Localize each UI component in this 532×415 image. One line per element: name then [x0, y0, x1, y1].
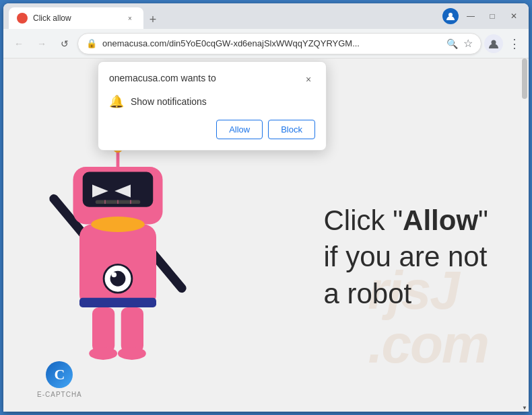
- popup-title: onemacusa.com wants to: [109, 73, 216, 83]
- tab-title: Click allow: [33, 13, 119, 23]
- svg-rect-19: [92, 307, 114, 352]
- profile-button[interactable]: [484, 34, 503, 53]
- scroll-down-button[interactable]: ▼: [521, 404, 529, 412]
- tab-favicon: [17, 13, 28, 24]
- ecaptcha-logo: C: [46, 361, 73, 388]
- main-text-line2: if you are not: [324, 239, 489, 276]
- popup-notification-row: 🔔 Show notifications: [109, 94, 315, 109]
- chrome-profile-icon[interactable]: [442, 8, 459, 24]
- minimize-button[interactable]: —: [461, 7, 480, 26]
- notification-label: Show notifications: [131, 96, 207, 107]
- active-tab[interactable]: Click allow ×: [9, 7, 143, 29]
- watermark-line2: .com: [368, 317, 488, 371]
- robot-svg: [24, 116, 212, 371]
- svg-rect-18: [79, 298, 156, 307]
- back-button[interactable]: ←: [9, 34, 29, 54]
- popup-close-button[interactable]: ×: [302, 73, 315, 86]
- popup-buttons: Allow Block: [109, 120, 315, 139]
- menu-button[interactable]: ⋮: [506, 34, 523, 54]
- window-controls: — □ ✕: [461, 7, 523, 26]
- main-text-line3: a robot: [324, 276, 489, 313]
- main-text-line1: Click "Allow": [324, 202, 489, 239]
- svg-point-22: [118, 347, 146, 360]
- title-bar: Click allow × + — □ ✕: [3, 3, 529, 29]
- address-search-icon[interactable]: 🔍: [446, 38, 458, 49]
- new-tab-button[interactable]: +: [143, 10, 162, 29]
- page-content: rjsJ .com: [3, 59, 529, 412]
- close-window-button[interactable]: ✕: [504, 7, 523, 26]
- popup-header: onemacusa.com wants to ×: [109, 73, 315, 86]
- notification-popup: onemacusa.com wants to × 🔔 Show notifica…: [98, 61, 327, 151]
- svg-point-7: [91, 217, 145, 232]
- lock-icon: 🔒: [86, 38, 97, 48]
- refresh-button[interactable]: ↺: [55, 34, 75, 54]
- tab-strip: Click allow × +: [9, 3, 437, 29]
- bookmark-button[interactable]: ☆: [463, 37, 473, 50]
- ecaptcha-logo-container: C E-CAPTCHA: [37, 361, 82, 398]
- svg-point-21: [89, 347, 117, 360]
- address-text: onemacusa.com/din5YoE0cqGW-xd6enajSlxWWq…: [102, 38, 441, 48]
- bell-icon: 🔔: [109, 94, 124, 109]
- address-input-wrapper[interactable]: 🔒 onemacusa.com/din5YoE0cqGW-xd6enajSlxW…: [77, 33, 481, 54]
- svg-rect-20: [121, 307, 143, 352]
- scrollbar-thumb[interactable]: [522, 59, 527, 99]
- ecaptcha-label: E-CAPTCHA: [37, 391, 82, 398]
- maximize-button[interactable]: □: [483, 7, 502, 26]
- block-button[interactable]: Block: [268, 120, 315, 139]
- scrollbar[interactable]: ▲ ▼: [521, 59, 529, 412]
- svg-point-17: [112, 272, 117, 278]
- tab-close-button[interactable]: ×: [125, 13, 135, 24]
- browser-window: Click allow × + — □ ✕ ← → ↺ 🔒 onemacu: [3, 3, 529, 412]
- forward-button[interactable]: →: [32, 34, 52, 54]
- address-bar: ← → ↺ 🔒 onemacusa.com/din5YoE0cqGW-xd6en…: [3, 29, 529, 59]
- allow-button[interactable]: Allow: [216, 120, 263, 139]
- robot-illustration: [24, 116, 212, 371]
- main-page-text: Click "Allow" if you are not a robot: [324, 202, 489, 312]
- profile-area: [440, 8, 459, 24]
